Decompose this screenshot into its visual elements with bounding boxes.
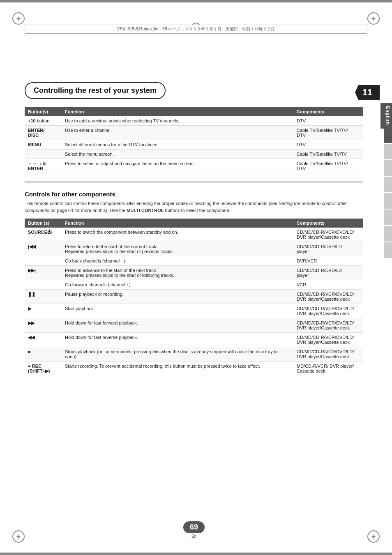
controls-section-intro: This remote control can control these co… (25, 200, 363, 214)
side-tabs (384, 127, 392, 258)
cell-components: MD/CD-R/VCR/ DVR player/Cassette deck (293, 362, 363, 376)
table-row: SOURCE⏻ Press to switch the component be… (25, 228, 363, 242)
cell-components: DVR/VCR (293, 256, 363, 266)
cell-components: VCR (293, 280, 363, 290)
top-table: Button(s) Function Components +10 button… (25, 107, 363, 173)
cell-components: DTV (293, 140, 363, 150)
cell-button: MENU (25, 140, 62, 150)
cell-button: SOURCE⏻ (25, 228, 62, 242)
corner-circle-br (367, 530, 380, 543)
cell-function: Stops playback (on some models, pressing… (62, 347, 293, 362)
chapter-title: Controlling the rest of your system (25, 82, 166, 99)
table-row: ▶▶ Hold down for fast forward playback. … (25, 318, 363, 333)
top-table-header-button: Button(s) (25, 107, 62, 116)
cell-components: CD/MD/CD-R/VCR/DVD/LD/DVR player/Cassett… (293, 304, 363, 318)
table-row: ● REC(SHIFT+▶) Starts recording. To prev… (25, 362, 363, 376)
table-row: |◀◀ Press to return to the start of the … (25, 242, 363, 256)
section-separator (25, 182, 363, 182)
cell-function: Select different menus from the DTV func… (62, 140, 293, 150)
side-tab-6 (384, 210, 392, 225)
cell-function: Hold down for fast forward playback. (62, 318, 293, 333)
cell-components: DTV (293, 116, 363, 126)
cell-function: Press to switch the component between st… (62, 228, 293, 242)
header-filename: VSX_815-915.book.fm 69 ページ ２００５年３月１日 火曜日… (25, 25, 367, 34)
cell-button: ←→↓↑ &ENTER (25, 159, 62, 173)
cell-button (25, 256, 62, 266)
cell-button: ● REC(SHIFT+▶) (25, 362, 62, 376)
cell-function: Press to advance to the start of the nex… (62, 266, 293, 280)
cell-components: CD/MD/CD-R/VCR/DVD/LD/DVR player/Cassett… (293, 228, 363, 242)
language-tab: English (380, 103, 392, 129)
cell-button: |◀◀ (25, 242, 62, 256)
cell-button (25, 280, 62, 290)
table-row: MENU Select different menus from the DTV… (25, 140, 363, 150)
footer-page-badge: 69 (183, 521, 205, 533)
table-row: Go forward channels (channel +). VCR (25, 280, 363, 290)
side-tab-2 (384, 144, 392, 159)
cell-components: CD/MD/CD-R/VCR/DVD/LD/DVR player/Cassett… (293, 347, 363, 362)
cell-function: Go forward channels (channel +). (62, 280, 293, 290)
cell-function: Press to select or adjust and navigate i… (62, 159, 293, 173)
table-row: ◀◀ Hold down for fast reverse playback. … (25, 333, 363, 347)
table-row: ■ Stops playback (on some models, pressi… (25, 347, 363, 362)
top-bar (0, 0, 392, 2)
cell-button: +10 button (25, 116, 62, 126)
ctrl-table-header-function: Function (62, 219, 293, 228)
cell-function: Start playback. (62, 304, 293, 318)
cell-components: CD/MD/CD-R/DVD/LDplayer (293, 242, 363, 256)
main-content: Controlling the rest of your system Butt… (25, 41, 363, 522)
cell-function: Pause playback or recording. (62, 290, 293, 304)
side-tab-7 (384, 226, 392, 242)
cell-function: Use to enter a channel. (62, 126, 293, 140)
table-row: Go back channels (channel −). DVR/VCR (25, 256, 363, 266)
cell-button: ◀◀ (25, 333, 62, 347)
ctrl-table-header-components: Components (293, 219, 363, 228)
cell-function: Hold down for fast reverse playback. (62, 333, 293, 347)
side-tab-4 (384, 177, 392, 192)
cell-button: ENTER/DISC (25, 126, 62, 140)
cell-button (25, 150, 62, 159)
cell-components: Cable TV/Satellite TV/TV (293, 150, 363, 159)
cell-function: Starts recording. To prevent accidental … (62, 362, 293, 376)
controls-section-heading: Controls for other components (25, 191, 363, 198)
side-tab-3 (384, 160, 392, 176)
cell-button: ▶▶ (25, 318, 62, 333)
bottom-bar (0, 553, 392, 555)
corner-circle-tl (12, 12, 25, 25)
cell-function: Go back channels (channel −). (62, 256, 293, 266)
side-tab-8 (384, 242, 392, 258)
controls-table: Button (s) Function Components SOURCE⏻ P… (25, 219, 363, 376)
table-row: ▶▶| Press to advance to the start of the… (25, 266, 363, 280)
cell-button: ▶ (25, 304, 62, 318)
cell-components: CD/MD/CD-R/VCR/DVD/LD/DVR player/Cassett… (293, 290, 363, 304)
table-row: ▶ Start playback. CD/MD/CD-R/VCR/DVD/LD/… (25, 304, 363, 318)
ctrl-table-header-button: Button (s) (25, 219, 62, 228)
footer-lang: En (183, 534, 205, 539)
table-row: ←→↓↑ &ENTER Press to select or adjust an… (25, 159, 363, 173)
corner-circle-tr (367, 12, 380, 25)
side-tab-5 (384, 193, 392, 209)
cell-function: Use to add a decimal points when selecti… (62, 116, 293, 126)
table-row: Select the menu screen. Cable TV/Satelli… (25, 150, 363, 159)
corner-circle-bl (12, 530, 25, 543)
cell-function: Select the menu screen. (62, 150, 293, 159)
cell-components: Cable TV/Satellite TV/TV/DTV (293, 159, 363, 173)
cell-button: ■ (25, 347, 62, 362)
table-row: ENTER/DISC Use to enter a channel. Cable… (25, 126, 363, 140)
table-row: +10 button Use to add a decimal points w… (25, 116, 363, 126)
top-table-header-components: Components (293, 107, 363, 116)
cell-button: ▶▶| (25, 266, 62, 280)
table-row: ❚❚ Pause playback or recording. CD/MD/CD… (25, 290, 363, 304)
cell-components: Cable TV/Satellite TV/TV/DTV (293, 126, 363, 140)
side-tab-1 (384, 127, 392, 143)
chapter-title-bar: Controlling the rest of your system (25, 82, 363, 99)
footer-area: 69 En (25, 521, 363, 539)
cell-components: CD/MD/CD-R/DVD/LDplayer (293, 266, 363, 280)
cell-button: ❚❚ (25, 290, 62, 304)
cell-components: CD/MD/CD-R/VCR/DVD/LD/DVR player/Cassett… (293, 318, 363, 333)
cell-components: CD/MD/CD-R/VCR/DVD/LD/DVR player/Cassett… (293, 333, 363, 347)
page: VSX_815-915.book.fm 69 ページ ２００５年３月１日 火曜日… (0, 0, 392, 555)
top-table-header-function: Function (62, 107, 293, 116)
cell-function: Press to return to the start of the curr… (62, 242, 293, 256)
